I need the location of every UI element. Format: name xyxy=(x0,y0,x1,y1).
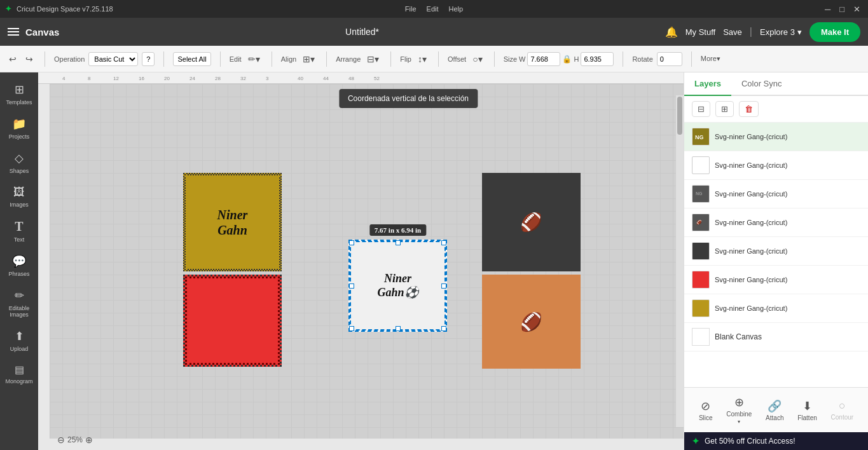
sidebar-item-monogram[interactable]: ▤ Monogram xyxy=(0,358,38,390)
sidebar-label-images: Images xyxy=(10,201,29,208)
slice-tool[interactable]: ⊘ Slice xyxy=(695,397,717,424)
toolbar-sep-4 xyxy=(272,51,272,67)
layer-item[interactable]: Svg-niner Gang-(cricut) xyxy=(684,266,868,294)
ruler-num: 40 xyxy=(298,76,303,81)
edit-dropdown[interactable]: ✏▾ xyxy=(245,53,263,65)
canvas-work-area[interactable]: Coordenada vertical de la selección Nine… xyxy=(50,84,684,439)
sidebar-item-projects[interactable]: 📁 Projects xyxy=(0,112,38,145)
height-input[interactable] xyxy=(581,52,614,66)
close-button[interactable]: ✕ xyxy=(851,4,863,14)
layer-name: Svg-niner Gang-(cricut) xyxy=(715,276,860,283)
layer-item[interactable]: 🏈 Svg-niner Gang-(cricut) xyxy=(684,208,868,237)
selected-object[interactable]: 7.67 in x 6.94 in NinerGahn⚽ xyxy=(348,240,447,332)
blank-canvas-row[interactable]: Blank Canvas xyxy=(684,323,868,351)
tab-layers[interactable]: Layers xyxy=(684,72,731,96)
layer-item[interactable]: Svg-niner Gang-(cricut) xyxy=(684,294,868,323)
make-it-button[interactable]: Make It xyxy=(809,22,860,42)
canvas-grid[interactable]: Coordenada vertical de la selección Nine… xyxy=(50,84,684,439)
layer-item[interactable]: Svg-niner Gang-(cricut) xyxy=(684,151,868,180)
right-panel: Layers Color Sync ⊟ ⊞ 🗑 NG Svg-niner Gan… xyxy=(684,72,868,450)
tab-color-sync[interactable]: Color Sync xyxy=(731,72,792,96)
rotate-input[interactable] xyxy=(657,52,682,66)
layer-item[interactable]: NG Svg-niner Gang-(cricut) xyxy=(684,123,868,151)
combine-tool[interactable]: ⊕ Combine ▾ xyxy=(722,393,755,427)
group-button[interactable]: ⊟ xyxy=(692,101,710,117)
toolbar-sep-10 xyxy=(691,51,692,67)
layer-item[interactable]: NG Svg-niner Gang-(cricut) xyxy=(684,180,868,208)
document-title[interactable]: Untitled* xyxy=(345,27,379,37)
football-icon-dark: 🏈 xyxy=(520,212,542,233)
toolbar-sep-2 xyxy=(163,51,164,67)
sidebar-item-images[interactable]: 🖼 Images xyxy=(0,181,38,213)
more-button[interactable]: More▾ xyxy=(701,55,720,63)
images-icon: 🖼 xyxy=(13,186,25,199)
file-menu[interactable]: File xyxy=(401,5,420,13)
tooltip-overlay: Coordenada vertical de la selección xyxy=(339,89,478,108)
flatten-tool[interactable]: ⬇ Flatten xyxy=(794,397,821,424)
width-label: W xyxy=(519,55,525,63)
orange-object[interactable]: 🏈 xyxy=(482,275,581,369)
ungroup-button[interactable]: ⊞ xyxy=(715,101,734,117)
sidebar-item-text[interactable]: T Text xyxy=(0,214,38,248)
delete-button[interactable]: 🗑 xyxy=(739,101,759,117)
toolbar-sep-8 xyxy=(494,51,495,67)
operation-select[interactable]: Basic Cut xyxy=(88,52,138,66)
scroll-indicator[interactable] xyxy=(676,95,684,427)
ruler-num: 8 xyxy=(88,76,90,81)
football-icon-orange: 🏈 xyxy=(520,311,542,332)
arrange-dropdown[interactable]: ⊟▾ xyxy=(364,53,382,65)
promo-banner[interactable]: ✦ Get 50% off Cricut Access! xyxy=(684,432,868,450)
app-header: Canvas Untitled* 🔔 My Stuff Save | Explo… xyxy=(0,18,868,46)
align-dropdown[interactable]: ⊞▾ xyxy=(300,53,317,65)
editable-images-icon: ✏ xyxy=(15,289,24,303)
sidebar-item-templates[interactable]: ⊞ Templates xyxy=(0,78,38,111)
sidebar-item-editable-images[interactable]: ✏ EditableImages xyxy=(0,283,38,323)
layer-name: Svg-niner Gang-(cricut) xyxy=(715,304,860,312)
width-input[interactable] xyxy=(527,52,560,66)
select-all-button[interactable]: Select All xyxy=(173,52,210,66)
gold-object[interactable]: NinerGahn xyxy=(183,173,282,271)
dark-object[interactable]: 🏈 xyxy=(482,173,581,271)
edit-menu[interactable]: Edit xyxy=(423,5,443,13)
notification-icon[interactable]: 🔔 xyxy=(665,26,678,38)
sidebar-item-shapes[interactable]: ◇ Shapes xyxy=(0,146,38,179)
phrases-icon: 💬 xyxy=(12,254,26,268)
gold-text: NinerGahn xyxy=(217,207,248,238)
offset-label: Offset xyxy=(448,55,466,63)
contour-tool[interactable]: ○ Contour xyxy=(827,397,858,423)
my-stuff-button[interactable]: My Stuff xyxy=(685,27,715,37)
zoom-out-button[interactable]: ⊖ xyxy=(57,435,65,445)
scroll-thumb[interactable] xyxy=(677,97,682,135)
cricut-promo-logo: ✦ xyxy=(692,436,699,446)
zoom-in-button[interactable]: ⊕ xyxy=(85,435,93,445)
red-object[interactable] xyxy=(183,275,282,367)
save-button[interactable]: Save xyxy=(723,27,742,37)
handle-mr xyxy=(441,283,446,289)
hamburger-menu[interactable] xyxy=(8,28,19,36)
cricut-logo-small: ✦ xyxy=(5,4,11,13)
flip-dropdown[interactable]: ↕▾ xyxy=(415,53,429,65)
layer-name: Svg-niner Gang-(cricut) xyxy=(715,133,860,140)
flatten-icon: ⬇ xyxy=(803,399,812,413)
attach-tool[interactable]: 🔗 Attach xyxy=(762,397,787,424)
offset-dropdown[interactable]: ○▾ xyxy=(470,53,485,65)
undo-button[interactable]: ↩ xyxy=(6,53,19,65)
operation-help-button[interactable]: ? xyxy=(142,52,155,66)
sidebar-item-upload[interactable]: ⬆ Upload xyxy=(0,324,38,357)
explore-button[interactable]: Explore 3 ▾ xyxy=(760,27,802,37)
bottom-toolbar: ⊘ Slice ⊕ Combine ▾ 🔗 Attach ⬇ Flatten ○… xyxy=(684,387,868,432)
ruler-top: 4 8 12 16 20 24 28 32 3 40 44 48 52 xyxy=(38,72,684,84)
combine-icon: ⊕ xyxy=(734,395,744,409)
layer-thumb xyxy=(692,242,710,260)
minimize-button[interactable]: ─ xyxy=(822,4,833,14)
redo-button[interactable]: ↪ xyxy=(23,53,36,65)
sidebar-item-phrases[interactable]: 💬 Phrases xyxy=(0,249,38,282)
ruler-num: 4 xyxy=(62,76,65,81)
help-menu[interactable]: Help xyxy=(445,5,467,13)
handle-tc xyxy=(396,240,401,245)
layer-thumb: NG xyxy=(692,128,710,146)
attach-icon: 🔗 xyxy=(768,399,782,413)
maximize-button[interactable]: □ xyxy=(837,4,847,14)
layer-item[interactable]: Svg-niner Gang-(cricut) xyxy=(684,237,868,266)
canvas-container[interactable]: 4 8 12 16 20 24 28 32 3 40 44 48 52 Coor… xyxy=(38,72,684,450)
